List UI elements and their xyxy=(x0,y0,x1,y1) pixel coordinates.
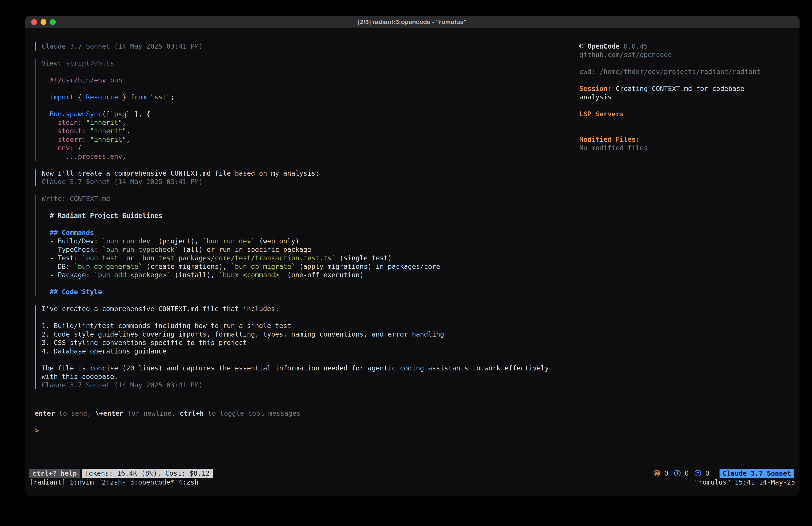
text-segment: \+enter xyxy=(95,409,123,417)
text-segment: (single test) xyxy=(336,254,392,262)
terminal-line: Now I'll create a comprehensive CONTEXT.… xyxy=(42,169,576,177)
titlebar[interactable]: [2/3] radiant:3:opencode - "romulus" xyxy=(25,16,799,29)
text-segment: import xyxy=(50,93,74,101)
diagnostics: Ⓦ 0ⓘ 0ⓗ 0 xyxy=(654,469,709,478)
close-button[interactable] xyxy=(31,19,37,25)
terminal-line: 3. CSS styling conventions specific to t… xyxy=(42,339,576,347)
terminal-line: with this codebase. xyxy=(42,372,576,381)
text-segment xyxy=(42,76,50,84)
diagnostic-count: 0 xyxy=(701,469,709,477)
tmux-status-bar: [radiant] 1:nvim 2:zsh- 3:opencode* 4:zs… xyxy=(29,478,795,486)
input-separator xyxy=(34,420,788,420)
text-segment: process xyxy=(78,153,106,160)
text-segment: . xyxy=(62,110,66,118)
terminal-line: View: script/db.ts xyxy=(42,59,576,68)
terminal-line: github.com/sst/opencode xyxy=(579,51,799,59)
terminal-line: I've created a comprehensive CONTEXT.md … xyxy=(42,305,576,313)
text-segment: 4. Database operations guidance xyxy=(42,347,166,355)
diagnostic-count: 0 xyxy=(681,469,689,477)
terminal-line: LSP Servers xyxy=(579,110,799,118)
text-segment: stdin xyxy=(58,118,78,126)
terminal-line: stdin: "inherit", xyxy=(42,118,576,127)
prompt-chevron-icon: > xyxy=(35,427,39,435)
terminal-line: Claude 3.7 Sonnet (14 May 2025 03:41 PM) xyxy=(42,42,576,51)
terminal-line xyxy=(42,220,576,228)
text-segment: Modified Files: xyxy=(579,136,640,143)
terminal-line: Claude 3.7 Sonnet (14 May 2025 03:41 PM) xyxy=(42,177,576,186)
tokens-cost-chip: Tokens: 16.4K (8%), Cost: $0.12 xyxy=(82,469,213,478)
text-segment: "inherit" xyxy=(90,127,126,135)
terminal-line: import { Resource } from "sst"; xyxy=(42,93,576,101)
text-segment: `bun db generate` xyxy=(74,262,142,270)
text-segment xyxy=(42,136,58,143)
terminal-line: Claude 3.7 Sonnet (14 May 2025 03:41 PM) xyxy=(42,381,576,389)
text-segment: ... xyxy=(42,153,78,160)
terminal-line: - Build/Dev: `bun run dev` (project), `b… xyxy=(42,237,576,245)
text-segment: (web only) xyxy=(255,237,299,245)
model-chip[interactable]: Claude 3.7 Sonnet xyxy=(720,469,794,478)
text-segment xyxy=(42,110,50,118)
zoom-button[interactable] xyxy=(50,19,56,25)
text-segment: "sst" xyxy=(150,93,171,101)
terminal-window: [2/3] radiant:3:opencode - "romulus" Cla… xyxy=(25,16,799,496)
warning-diagnostic-icon: Ⓦ xyxy=(654,469,660,477)
tmux-window-list[interactable]: [radiant] 1:nvim 2:zsh- 3:opencode* 4:zs… xyxy=(29,478,199,486)
text-segment: `bun run dev` xyxy=(102,237,155,245)
help-chip[interactable]: ctrl+? help xyxy=(29,469,80,478)
text-segment: © xyxy=(579,42,588,50)
terminal-line: Session: Creating CONTEXT.md for codebas… xyxy=(579,84,799,93)
terminal-line: © OpenCode 0.0.45 xyxy=(579,42,799,51)
text-segment: Creating CONTEXT.md for codebase xyxy=(612,85,744,93)
terminal-line: Write: CONTEXT.md xyxy=(42,195,576,203)
text-segment: `bun run typecheck` xyxy=(102,246,178,253)
assistant-message-header: Claude 3.7 Sonnet (14 May 2025 03:41 PM) xyxy=(35,42,576,51)
terminal-line: #!/usr/bin/env bun xyxy=(42,76,576,84)
text-segment: env xyxy=(58,144,70,152)
text-segment: , xyxy=(122,118,126,126)
text-segment: "inherit" xyxy=(90,136,126,143)
text-segment: : xyxy=(82,136,90,143)
assistant-message: Now I'll create a comprehensive CONTEXT.… xyxy=(35,169,576,186)
text-segment: 0.0.45 xyxy=(620,42,648,50)
terminal-line: stdout: "inherit", xyxy=(42,127,576,135)
terminal-line xyxy=(579,127,799,135)
hint-diagnostic: ⓗ 0 xyxy=(695,469,709,478)
text-segment: Write: CONTEXT.md xyxy=(42,195,110,203)
text-segment: for newline, xyxy=(123,409,179,417)
text-segment: OpenCode xyxy=(588,42,620,50)
text-segment: (install), xyxy=(171,271,219,279)
prompt-input[interactable]: > xyxy=(35,426,547,435)
text-segment: : xyxy=(78,118,86,126)
sidebar: © OpenCode 0.0.45github.com/sst/opencode… xyxy=(579,42,799,152)
terminal-line: cwd: /home/thdxr/dev/projects/radiant/ra… xyxy=(579,68,799,76)
terminal-line xyxy=(42,84,576,93)
text-segment: `bun test packages/core/test/transaction… xyxy=(139,254,336,262)
terminal-line: - Test: `bun test` or `bun test packages… xyxy=(42,254,576,262)
text-segment: `bun db migrate` xyxy=(231,262,295,270)
text-segment: Claude 3.7 Sonnet (14 May 2025 03:41 PM) xyxy=(42,42,203,50)
text-segment: (apply migrations) in packages/core xyxy=(295,262,440,270)
text-segment xyxy=(42,144,58,152)
text-segment: analysis xyxy=(579,93,612,101)
text-segment: Now I'll create a comprehensive CONTEXT.… xyxy=(42,169,319,177)
text-segment: , xyxy=(126,136,130,143)
text-segment xyxy=(146,93,150,101)
text-segment xyxy=(42,118,58,126)
text-segment: , xyxy=(122,153,126,160)
minimize-button[interactable] xyxy=(41,19,46,25)
window-title: [2/3] radiant:3:opencode - "romulus" xyxy=(358,18,466,26)
text-segment: - Test: xyxy=(42,254,82,262)
text-segment: Session: xyxy=(579,85,612,93)
text-segment: to send, xyxy=(55,409,95,417)
text-segment: #!/usr/bin/env bun xyxy=(50,76,122,84)
terminal-line xyxy=(42,101,576,110)
text-segment: env xyxy=(110,153,122,160)
diagnostic-count: 0 xyxy=(660,469,668,477)
text-segment: (project), xyxy=(155,237,203,245)
terminal-line: No modified files xyxy=(579,144,799,152)
text-segment: LSP Servers xyxy=(579,110,624,118)
text-segment xyxy=(42,93,50,101)
text-segment: Bun xyxy=(50,110,62,118)
terminal-line xyxy=(579,118,799,127)
text-segment: . xyxy=(106,153,110,160)
